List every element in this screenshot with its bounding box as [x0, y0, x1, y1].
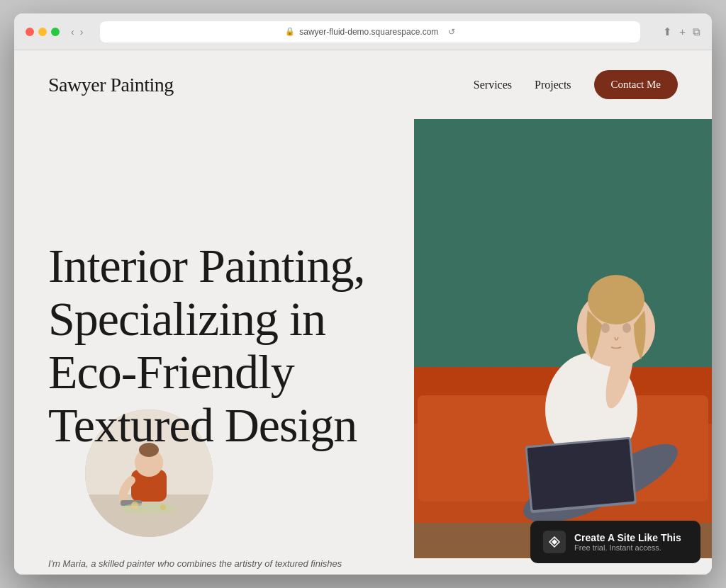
nav-services-link[interactable]: Services [474, 79, 512, 91]
address-bar[interactable]: 🔒 sawyer-fluid-demo.squarespace.com ↺ [100, 21, 640, 43]
promo-subtitle: Free trial. Instant access. [574, 543, 681, 552]
browser-controls: ‹ › [71, 26, 83, 38]
close-button[interactable] [26, 28, 34, 36]
tabs-icon[interactable]: ⧉ [693, 26, 700, 38]
navigation: Sawyer Painting Services Projects Contac… [14, 50, 712, 119]
forward-icon[interactable]: › [80, 26, 84, 38]
hero-left-content: Interior Painting, Specializing in Eco-F… [48, 119, 678, 558]
hero-headline: Interior Painting, Specializing in Eco-F… [48, 239, 374, 451]
contact-me-button[interactable]: Contact Me [594, 70, 678, 99]
squarespace-promo[interactable]: Create A Site Like This Free trial. Inst… [530, 521, 700, 563]
squarespace-logo-icon [547, 535, 562, 549]
squarespace-icon [543, 531, 566, 553]
nav-projects-link[interactable]: Projects [535, 79, 571, 91]
site-logo[interactable]: Sawyer Painting [48, 74, 174, 96]
squarespace-promo-text: Create A Site Like This Free trial. Inst… [574, 532, 681, 552]
new-tab-icon[interactable]: + [679, 26, 686, 38]
reload-icon[interactable]: ↺ [448, 27, 455, 37]
browser-chrome: ‹ › 🔒 sawyer-fluid-demo.squarespace.com … [14, 13, 712, 50]
page-content: Sawyer Painting Services Projects Contac… [14, 50, 712, 575]
promo-title: Create A Site Like This [574, 532, 681, 543]
hero-bottom-text: I'm Maria, a skilled painter who combine… [48, 558, 400, 569]
nav-links: Services Projects Contact Me [474, 70, 678, 99]
url-text: sawyer-fluid-demo.squarespace.com [299, 27, 438, 37]
intro-text: I'm Maria, a skilled painter who combine… [48, 558, 342, 569]
hero-section: Interior Painting, Specializing in Eco-F… [14, 119, 712, 558]
traffic-lights [26, 28, 60, 36]
minimize-button[interactable] [38, 28, 47, 36]
browser-window: ‹ › 🔒 sawyer-fluid-demo.squarespace.com … [14, 13, 712, 575]
lock-icon: 🔒 [285, 27, 295, 36]
maximize-button[interactable] [51, 28, 60, 36]
share-icon[interactable]: ⬆ [663, 26, 672, 38]
browser-actions: ⬆ + ⧉ [663, 26, 700, 38]
back-icon[interactable]: ‹ [71, 26, 74, 38]
